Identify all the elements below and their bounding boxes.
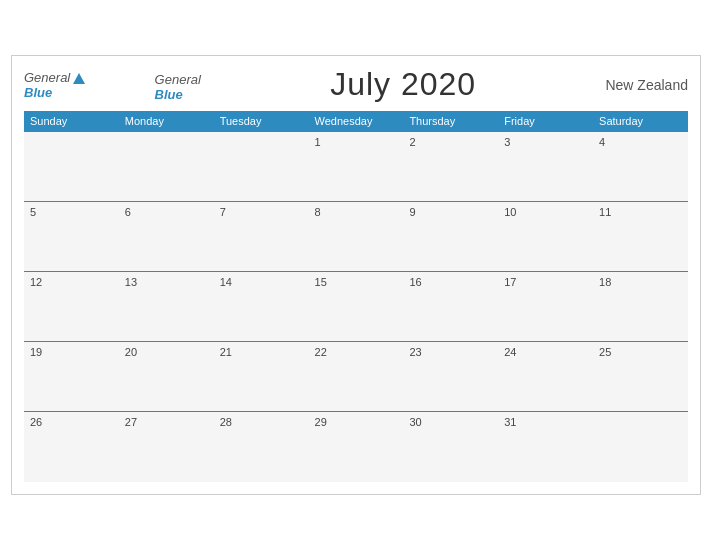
calendar-day-cell: 1	[309, 132, 404, 202]
header-thursday: Thursday	[403, 111, 498, 132]
day-number: 29	[315, 416, 327, 428]
calendar-day-cell: 6	[119, 202, 214, 272]
header-wednesday: Wednesday	[309, 111, 404, 132]
calendar-day-cell: 30	[403, 412, 498, 482]
calendar-week-row: 19202122232425	[24, 342, 688, 412]
day-number: 23	[409, 346, 421, 358]
calendar-day-cell	[593, 412, 688, 482]
day-number: 2	[409, 136, 415, 148]
calendar-day-cell: 25	[593, 342, 688, 412]
day-number: 5	[30, 206, 36, 218]
calendar-day-cell	[119, 132, 214, 202]
calendar-day-cell: 20	[119, 342, 214, 412]
day-number: 31	[504, 416, 516, 428]
day-number: 25	[599, 346, 611, 358]
calendar-week-row: 1234	[24, 132, 688, 202]
header-sunday: Sunday	[24, 111, 119, 132]
calendar-country: New Zealand	[605, 77, 688, 93]
day-number: 9	[409, 206, 415, 218]
calendar-day-cell	[214, 132, 309, 202]
calendar-day-cell: 17	[498, 272, 593, 342]
calendar-table: Sunday Monday Tuesday Wednesday Thursday…	[24, 111, 688, 482]
calendar-day-cell: 29	[309, 412, 404, 482]
day-number: 16	[409, 276, 421, 288]
logo-blue-label: Blue	[155, 87, 183, 102]
day-number: 17	[504, 276, 516, 288]
day-number: 4	[599, 136, 605, 148]
header-monday: Monday	[119, 111, 214, 132]
calendar-day-cell: 21	[214, 342, 309, 412]
calendar-day-cell: 28	[214, 412, 309, 482]
calendar-day-cell: 14	[214, 272, 309, 342]
day-number: 24	[504, 346, 516, 358]
day-number: 18	[599, 276, 611, 288]
calendar-day-cell: 10	[498, 202, 593, 272]
calendar-day-cell: 7	[214, 202, 309, 272]
calendar-day-cell: 23	[403, 342, 498, 412]
day-number: 1	[315, 136, 321, 148]
calendar-day-cell: 24	[498, 342, 593, 412]
day-number: 28	[220, 416, 232, 428]
logo-general-label: General	[155, 72, 201, 87]
calendar-day-cell: 19	[24, 342, 119, 412]
day-number: 15	[315, 276, 327, 288]
day-number: 22	[315, 346, 327, 358]
calendar-day-cell: 22	[309, 342, 404, 412]
day-number: 6	[125, 206, 131, 218]
calendar-week-row: 262728293031	[24, 412, 688, 482]
calendar-day-cell: 18	[593, 272, 688, 342]
day-number: 27	[125, 416, 137, 428]
calendar-day-cell: 15	[309, 272, 404, 342]
calendar-day-cell: 26	[24, 412, 119, 482]
calendar-day-cell: 8	[309, 202, 404, 272]
day-number: 13	[125, 276, 137, 288]
day-number: 30	[409, 416, 421, 428]
day-number: 20	[125, 346, 137, 358]
day-number: 12	[30, 276, 42, 288]
calendar-day-cell: 2	[403, 132, 498, 202]
day-number: 11	[599, 206, 611, 218]
day-number: 8	[315, 206, 321, 218]
calendar-day-cell: 11	[593, 202, 688, 272]
calendar-header: General Blue General Blue July 2020 New …	[24, 66, 688, 103]
day-number: 21	[220, 346, 232, 358]
day-number: 10	[504, 206, 516, 218]
weekday-header-row: Sunday Monday Tuesday Wednesday Thursday…	[24, 111, 688, 132]
calendar-day-cell: 4	[593, 132, 688, 202]
logo: General Blue	[24, 70, 85, 100]
calendar-week-row: 567891011	[24, 202, 688, 272]
calendar-day-cell: 3	[498, 132, 593, 202]
header-saturday: Saturday	[593, 111, 688, 132]
day-number: 19	[30, 346, 42, 358]
calendar-day-cell	[24, 132, 119, 202]
calendar-day-cell: 31	[498, 412, 593, 482]
calendar-day-cell: 27	[119, 412, 214, 482]
calendar-week-row: 12131415161718	[24, 272, 688, 342]
calendar-day-cell: 9	[403, 202, 498, 272]
day-number: 26	[30, 416, 42, 428]
header-friday: Friday	[498, 111, 593, 132]
calendar-day-cell: 13	[119, 272, 214, 342]
day-number: 3	[504, 136, 510, 148]
calendar: General Blue General Blue July 2020 New …	[11, 55, 701, 495]
calendar-day-cell: 5	[24, 202, 119, 272]
calendar-day-cell: 16	[403, 272, 498, 342]
day-number: 14	[220, 276, 232, 288]
day-number: 7	[220, 206, 226, 218]
calendar-title: July 2020	[330, 66, 476, 103]
calendar-day-cell: 12	[24, 272, 119, 342]
header-tuesday: Tuesday	[214, 111, 309, 132]
